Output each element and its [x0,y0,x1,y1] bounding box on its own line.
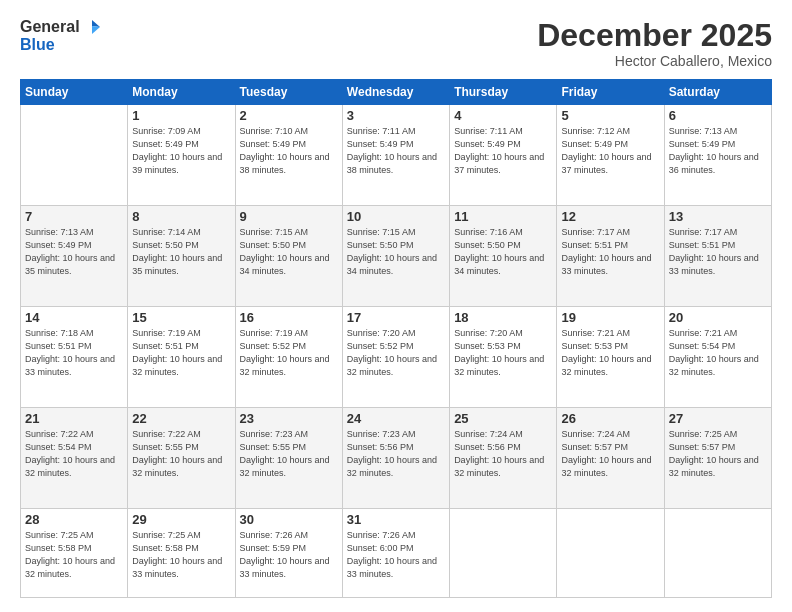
calendar-day-cell: 21Sunrise: 7:22 AM Sunset: 5:54 PM Dayli… [21,407,128,508]
day-info: Sunrise: 7:26 AM Sunset: 6:00 PM Dayligh… [347,529,445,581]
calendar-day-cell [450,508,557,597]
calendar-day-cell: 15Sunrise: 7:19 AM Sunset: 5:51 PM Dayli… [128,306,235,407]
calendar-day-cell [21,105,128,206]
calendar-header-thursday: Thursday [450,80,557,105]
day-number: 6 [669,108,767,123]
day-info: Sunrise: 7:25 AM Sunset: 5:58 PM Dayligh… [132,529,230,581]
day-info: Sunrise: 7:09 AM Sunset: 5:49 PM Dayligh… [132,125,230,177]
day-info: Sunrise: 7:20 AM Sunset: 5:52 PM Dayligh… [347,327,445,379]
day-info: Sunrise: 7:13 AM Sunset: 5:49 PM Dayligh… [25,226,123,278]
calendar-day-cell: 4Sunrise: 7:11 AM Sunset: 5:49 PM Daylig… [450,105,557,206]
calendar-week-row: 28Sunrise: 7:25 AM Sunset: 5:58 PM Dayli… [21,508,772,597]
calendar-day-cell: 9Sunrise: 7:15 AM Sunset: 5:50 PM Daylig… [235,206,342,307]
calendar-day-cell: 22Sunrise: 7:22 AM Sunset: 5:55 PM Dayli… [128,407,235,508]
day-info: Sunrise: 7:26 AM Sunset: 5:59 PM Dayligh… [240,529,338,581]
calendar-day-cell: 26Sunrise: 7:24 AM Sunset: 5:57 PM Dayli… [557,407,664,508]
day-info: Sunrise: 7:12 AM Sunset: 5:49 PM Dayligh… [561,125,659,177]
logo-line2: Blue [20,36,100,54]
logo: General Blue [20,18,100,54]
day-number: 8 [132,209,230,224]
day-number: 27 [669,411,767,426]
calendar-day-cell: 23Sunrise: 7:23 AM Sunset: 5:55 PM Dayli… [235,407,342,508]
day-number: 29 [132,512,230,527]
calendar-day-cell: 20Sunrise: 7:21 AM Sunset: 5:54 PM Dayli… [664,306,771,407]
day-info: Sunrise: 7:14 AM Sunset: 5:50 PM Dayligh… [132,226,230,278]
calendar-header-sunday: Sunday [21,80,128,105]
day-info: Sunrise: 7:15 AM Sunset: 5:50 PM Dayligh… [240,226,338,278]
calendar-day-cell: 29Sunrise: 7:25 AM Sunset: 5:58 PM Dayli… [128,508,235,597]
calendar-day-cell: 6Sunrise: 7:13 AM Sunset: 5:49 PM Daylig… [664,105,771,206]
day-info: Sunrise: 7:22 AM Sunset: 5:54 PM Dayligh… [25,428,123,480]
calendar-table: SundayMondayTuesdayWednesdayThursdayFrid… [20,79,772,598]
day-info: Sunrise: 7:21 AM Sunset: 5:53 PM Dayligh… [561,327,659,379]
logo-block: General Blue [20,18,100,54]
calendar-day-cell: 18Sunrise: 7:20 AM Sunset: 5:53 PM Dayli… [450,306,557,407]
calendar-day-cell: 7Sunrise: 7:13 AM Sunset: 5:49 PM Daylig… [21,206,128,307]
calendar-header-row: SundayMondayTuesdayWednesdayThursdayFrid… [21,80,772,105]
day-number: 9 [240,209,338,224]
calendar-day-cell: 24Sunrise: 7:23 AM Sunset: 5:56 PM Dayli… [342,407,449,508]
day-number: 14 [25,310,123,325]
day-info: Sunrise: 7:13 AM Sunset: 5:49 PM Dayligh… [669,125,767,177]
day-number: 7 [25,209,123,224]
calendar-day-cell [664,508,771,597]
day-info: Sunrise: 7:15 AM Sunset: 5:50 PM Dayligh… [347,226,445,278]
day-number: 16 [240,310,338,325]
calendar-header-tuesday: Tuesday [235,80,342,105]
day-info: Sunrise: 7:25 AM Sunset: 5:58 PM Dayligh… [25,529,123,581]
day-number: 21 [25,411,123,426]
day-info: Sunrise: 7:16 AM Sunset: 5:50 PM Dayligh… [454,226,552,278]
calendar-day-cell: 10Sunrise: 7:15 AM Sunset: 5:50 PM Dayli… [342,206,449,307]
month-title: December 2025 [537,18,772,53]
calendar-week-row: 21Sunrise: 7:22 AM Sunset: 5:54 PM Dayli… [21,407,772,508]
calendar-day-cell: 27Sunrise: 7:25 AM Sunset: 5:57 PM Dayli… [664,407,771,508]
header: General Blue December 2025 Hector Caball… [20,18,772,69]
calendar-header-friday: Friday [557,80,664,105]
day-number: 19 [561,310,659,325]
calendar-day-cell: 31Sunrise: 7:26 AM Sunset: 6:00 PM Dayli… [342,508,449,597]
calendar-day-cell: 5Sunrise: 7:12 AM Sunset: 5:49 PM Daylig… [557,105,664,206]
day-number: 3 [347,108,445,123]
day-info: Sunrise: 7:17 AM Sunset: 5:51 PM Dayligh… [561,226,659,278]
calendar-day-cell: 11Sunrise: 7:16 AM Sunset: 5:50 PM Dayli… [450,206,557,307]
day-info: Sunrise: 7:21 AM Sunset: 5:54 PM Dayligh… [669,327,767,379]
day-info: Sunrise: 7:18 AM Sunset: 5:51 PM Dayligh… [25,327,123,379]
day-number: 17 [347,310,445,325]
day-info: Sunrise: 7:25 AM Sunset: 5:57 PM Dayligh… [669,428,767,480]
day-number: 20 [669,310,767,325]
day-number: 1 [132,108,230,123]
calendar-day-cell: 2Sunrise: 7:10 AM Sunset: 5:49 PM Daylig… [235,105,342,206]
logo-line1: General [20,18,80,36]
day-number: 31 [347,512,445,527]
day-number: 12 [561,209,659,224]
calendar-week-row: 7Sunrise: 7:13 AM Sunset: 5:49 PM Daylig… [21,206,772,307]
calendar-week-row: 1Sunrise: 7:09 AM Sunset: 5:49 PM Daylig… [21,105,772,206]
calendar-header-saturday: Saturday [664,80,771,105]
day-info: Sunrise: 7:19 AM Sunset: 5:52 PM Dayligh… [240,327,338,379]
day-number: 5 [561,108,659,123]
day-info: Sunrise: 7:20 AM Sunset: 5:53 PM Dayligh… [454,327,552,379]
svg-marker-1 [92,26,100,34]
calendar-day-cell: 1Sunrise: 7:09 AM Sunset: 5:49 PM Daylig… [128,105,235,206]
day-number: 30 [240,512,338,527]
calendar-day-cell: 3Sunrise: 7:11 AM Sunset: 5:49 PM Daylig… [342,105,449,206]
calendar-day-cell [557,508,664,597]
day-info: Sunrise: 7:22 AM Sunset: 5:55 PM Dayligh… [132,428,230,480]
day-number: 22 [132,411,230,426]
calendar-day-cell: 19Sunrise: 7:21 AM Sunset: 5:53 PM Dayli… [557,306,664,407]
day-number: 23 [240,411,338,426]
day-number: 24 [347,411,445,426]
title-block: December 2025 Hector Caballero, Mexico [537,18,772,69]
day-number: 10 [347,209,445,224]
day-info: Sunrise: 7:24 AM Sunset: 5:57 PM Dayligh… [561,428,659,480]
svg-marker-0 [92,20,100,27]
calendar-day-cell: 14Sunrise: 7:18 AM Sunset: 5:51 PM Dayli… [21,306,128,407]
calendar-day-cell: 12Sunrise: 7:17 AM Sunset: 5:51 PM Dayli… [557,206,664,307]
day-number: 4 [454,108,552,123]
day-info: Sunrise: 7:17 AM Sunset: 5:51 PM Dayligh… [669,226,767,278]
page: General Blue December 2025 Hector Caball… [0,0,792,612]
calendar-week-row: 14Sunrise: 7:18 AM Sunset: 5:51 PM Dayli… [21,306,772,407]
calendar-header-wednesday: Wednesday [342,80,449,105]
day-number: 28 [25,512,123,527]
calendar-day-cell: 25Sunrise: 7:24 AM Sunset: 5:56 PM Dayli… [450,407,557,508]
